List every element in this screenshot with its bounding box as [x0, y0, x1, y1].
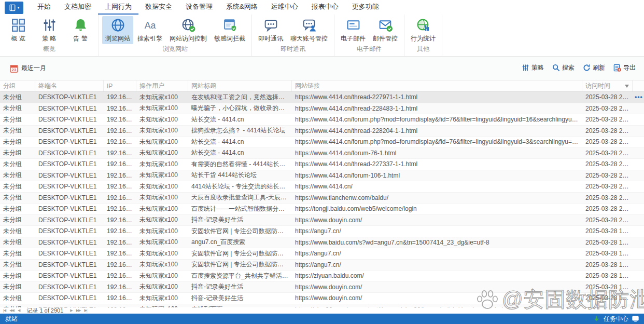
cell-time: 2025-03-28 20:02:07 — [582, 150, 633, 157]
table-row[interactable]: 未分组DESKTOP-VLKTLE1192.168.31.27未知玩家x100安… — [0, 248, 644, 260]
refresh-button[interactable]: 刷新 — [583, 63, 605, 72]
ribbon-tool-label: 搜索引擎 — [137, 34, 162, 43]
table-row[interactable]: 未分组DESKTOP-VLKTLE1192.168.31.27未知玩家x100站… — [0, 137, 644, 148]
cell-title: 抖音-记录美好生活 — [188, 294, 292, 303]
cell-ip: 192.168.31.27 — [104, 284, 136, 291]
ribbon-tool-website-access-control[interactable]: 网站访问控制 — [166, 16, 210, 44]
tab-device-mgmt[interactable]: 设备管理 — [179, 0, 219, 15]
column-header-url[interactable]: 网站链接 — [292, 80, 582, 91]
date-range-label: 最近一月 — [21, 64, 46, 73]
cell-title: 有需要的自然看得懂 - 4414站长论坛 — [188, 160, 292, 169]
fast-prev-button[interactable]: ◀◀ — [9, 308, 14, 313]
cell-user: 未知玩家x100 — [136, 272, 188, 280]
toolbar-actions: 策略搜索刷新导出 — [522, 63, 636, 72]
table-row[interactable]: 未分组DESKTOP-VLKTLE1192.168.31.27未知玩家x100站… — [0, 114, 644, 126]
column-header-menu[interactable] — [633, 80, 644, 91]
ribbon-tool-label: 电子邮件 — [341, 34, 366, 43]
table-row[interactable]: 未分组DESKTOP-VLKTLE1192.168.31.27未知玩家x100百… — [0, 204, 644, 215]
ribbon-tool-browse-website[interactable]: 浏览网站 — [102, 16, 133, 44]
ribbon-tool-policy[interactable]: 策 略 — [34, 16, 64, 44]
ribbon-tool-chat-account-control[interactable]: 聊天账号管控 — [287, 16, 331, 44]
tab-system-network[interactable]: 系统&网络 — [219, 0, 264, 15]
task-center-button[interactable]: 任务中心 — [604, 315, 628, 323]
table-row[interactable]: 未分组DESKTOP-VLKTLE1192.168.31.27未知玩家x100抖… — [0, 293, 644, 304]
table-row[interactable]: 未分组DESKTOP-VLKTLE1192.168.31.27未知玩家x100搜… — [0, 126, 644, 137]
monitor-icon[interactable] — [632, 316, 639, 322]
cell-group: 未分组 — [0, 205, 35, 213]
cell-terminal: DESKTOP-VLKTLE1 — [35, 150, 104, 157]
policy-button[interactable]: 策略 — [522, 63, 544, 72]
tab-more-features[interactable]: 更多功能 — [345, 0, 386, 15]
table-row[interactable]: 未分组DESKTOP-VLKTLE1192.168.31.27未知玩家x100安… — [0, 226, 644, 237]
table-row[interactable]: 未分组DESKTOP-VLKTLE1192.168.31.27未知玩家x100在… — [0, 92, 644, 103]
table-row[interactable]: 未分组DESKTOP-VLKTLE1192.168.31.27未知玩家x100站… — [0, 148, 644, 159]
tab-doc-encrypt[interactable]: 文档加密 — [58, 0, 98, 15]
mail-shield-icon — [379, 18, 393, 32]
ribbon-tool-instant-messaging[interactable]: 即时通讯 — [255, 16, 286, 44]
ribbon-tool-email-control[interactable]: 邮件管控 — [370, 16, 401, 44]
export-button-label: 导出 — [623, 63, 636, 72]
search-icon — [552, 64, 560, 72]
ribbon-tool-alert[interactable]: 告 警 — [65, 16, 95, 44]
tab-report-center[interactable]: 报表中心 — [305, 0, 345, 15]
table-row[interactable]: 未分组DESKTOP-VLKTLE1192.168.31.27未知玩家x100百… — [0, 271, 644, 282]
tab-data-security[interactable]: 数据安全 — [138, 0, 179, 15]
ribbon-tool-search-engine[interactable]: Aa搜索引擎 — [134, 16, 165, 44]
table-row[interactable]: 未分组DESKTOP-VLKTLE1192.168.31.27未知玩家x100有… — [0, 159, 644, 170]
export-button[interactable]: 导出 — [613, 63, 636, 72]
column-header-time[interactable]: 访问时间 — [582, 80, 633, 91]
last-page-button[interactable]: ▶| — [84, 308, 87, 313]
search-button[interactable]: 搜索 — [552, 63, 575, 72]
ribbon-tool-sensitive-word-block[interactable]: 敏感词拦截 — [211, 16, 248, 44]
column-header-title[interactable]: 网站标题 — [188, 80, 292, 91]
column-header-ip[interactable]: IP — [104, 80, 136, 91]
cell-terminal: DESKTOP-VLKTLE1 — [35, 116, 104, 123]
table-row[interactable]: 未分组DESKTOP-VLKTLE1192.168.31.27未知玩家x100抖… — [0, 215, 644, 226]
cell-terminal: DESKTOP-VLKTLE1 — [35, 127, 104, 134]
cell-time: 2025-03-28 20:01:43 — [582, 183, 633, 190]
table-row[interactable]: 未分组DESKTOP-VLKTLE1192.168.31.27未知玩家x100天… — [0, 193, 644, 204]
cell-time: 2025-03-28 19:02:19 — [582, 227, 633, 235]
tab-ops-center[interactable]: 运维中心 — [264, 0, 305, 15]
cell-terminal: DESKTOP-VLKTLE1 — [35, 183, 104, 190]
ribbon-group-label: 电子邮件 — [334, 44, 404, 56]
cell-user: 未知玩家x100 — [136, 182, 188, 191]
tab-internet-behavior[interactable]: 上网行为 — [98, 0, 138, 15]
prev-page-button[interactable]: ◀ — [18, 308, 20, 313]
fast-next-button[interactable]: ▶▶ — [76, 308, 81, 313]
app-menu-button[interactable]: ▾ — [5, 2, 23, 14]
table-row[interactable]: 未分组DESKTOP-VLKTLE1192.168.31.27未知玩家x100抖… — [0, 282, 644, 293]
globe-check-icon — [181, 18, 195, 32]
row-more-button[interactable]: ••• — [633, 93, 644, 101]
column-header-user[interactable]: 操作用户 — [136, 80, 188, 91]
ribbon-tool-behavior-stats[interactable]: 行为统计 — [408, 16, 439, 44]
table-row[interactable]: 未分组DESKTOP-VLKTLE1192.168.31.27未知玩家x100站… — [0, 170, 644, 182]
date-range-filter[interactable]: 23 最近一月 — [10, 64, 46, 73]
cell-group: 未分组 — [0, 160, 35, 169]
table-row[interactable]: 未分组DESKTOP-VLKTLE1192.168.31.27未知玩家x1004… — [0, 181, 644, 193]
table-row[interactable]: 未分组DESKTOP-VLKTLE1192.168.31.27未知玩家x100安… — [0, 260, 644, 271]
cell-terminal: DESKTOP-VLKTLE1 — [35, 105, 104, 112]
cell-ip: 192.168.31.27 — [104, 183, 136, 190]
cell-ip: 192.168.31.27 — [104, 93, 136, 101]
next-page-button[interactable]: ▶ — [70, 308, 72, 313]
cell-url: https://www.4414.cn/thread-228204-1-1.ht… — [292, 127, 582, 134]
ribbon-tool-email[interactable]: 电子邮件 — [338, 16, 369, 44]
cell-title: 站长干货 4414站长论坛 — [188, 171, 292, 180]
doc-shield-icon — [223, 18, 237, 32]
sort-down-icon — [625, 85, 629, 88]
cell-time: 2025-03-28 18:59:15 — [582, 261, 633, 268]
column-header-label: 操作用户 — [139, 82, 164, 90]
table-row[interactable]: 未分组DESKTOP-VLKTLE1192.168.31.27未知玩家x100曝… — [0, 103, 644, 115]
cell-user: 未知玩家x100 — [136, 126, 188, 135]
cell-terminal: DESKTOP-VLKTLE1 — [35, 217, 104, 224]
first-page-button[interactable]: |◀ — [3, 308, 6, 313]
download-arrow-icon[interactable] — [593, 316, 600, 322]
column-header-terminal[interactable]: 终端名 — [35, 80, 104, 91]
cell-ip: 192.168.31.27 — [104, 272, 136, 279]
tab-start[interactable]: 开始 — [31, 0, 58, 15]
table-row[interactable]: 未分组DESKTOP-VLKTLE1192.168.31.27未知玩家x100a… — [0, 237, 644, 249]
ribbon-tool-overview[interactable]: 概 览 — [3, 16, 33, 44]
cell-terminal: DESKTOP-VLKTLE1 — [35, 138, 104, 145]
column-header-group[interactable]: 分组 — [0, 80, 35, 91]
